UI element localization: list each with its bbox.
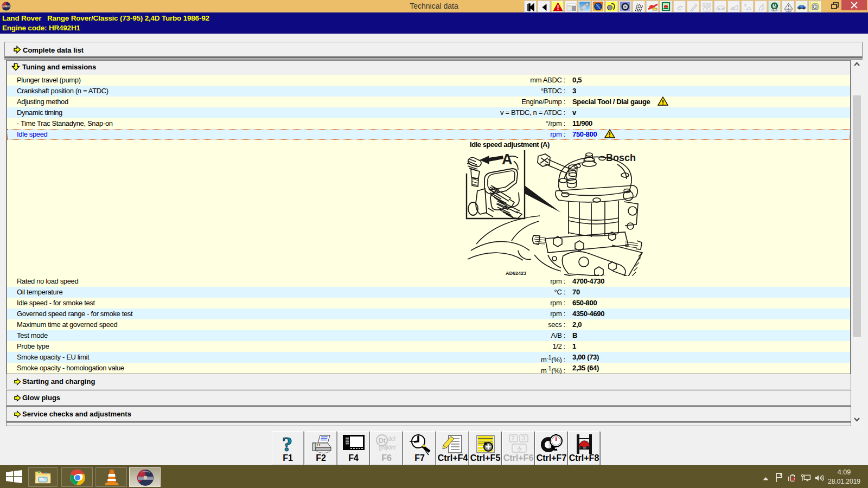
svg-text:2: 2 [704, 3, 705, 7]
svg-text:3: 3 [708, 3, 710, 7]
svg-text:?: ? [282, 433, 292, 455]
svg-text:A/C: A/C [773, 9, 776, 11]
svg-text:2: 2 [512, 435, 515, 441]
svg-text:Bosch: Bosch [606, 152, 636, 163]
svg-text:AD62423: AD62423 [506, 271, 526, 276]
svg-text:3: 3 [522, 435, 525, 441]
svg-text:A: A [502, 151, 513, 168]
svg-text:Dt: Dt [379, 437, 386, 445]
svg-text:def: def [388, 436, 395, 442]
svg-text:ghijklm′: ghijklm′ [379, 445, 397, 451]
svg-text:LED: LED [787, 9, 791, 12]
svg-text:?: ? [744, 3, 746, 8]
